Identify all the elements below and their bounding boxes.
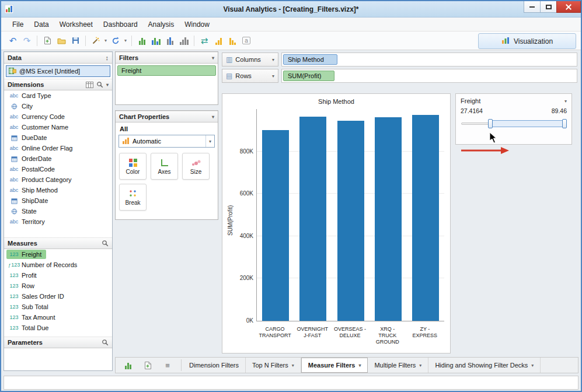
slider-handle-left[interactable] [488,119,493,128]
chart-card: Ship Method SUM(Profit) 0K200K400K600K80… [222,93,451,354]
axes-button[interactable]: Axes [151,153,178,180]
minimize-button[interactable] [524,1,541,13]
visualization-tab[interactable]: Visualization [478,33,576,49]
freight-range-slider[interactable] [461,119,566,128]
measure-item[interactable]: 123Profit [4,270,112,281]
measure-item[interactable]: 123Freight [4,249,112,260]
menu-dashboard[interactable]: Dashboard [98,19,143,30]
color-button[interactable]: Color [119,153,147,180]
chevron-down-icon[interactable]: ▾ [212,55,214,61]
dropdown-caret[interactable]: ▾ [103,34,109,48]
save-icon[interactable] [68,34,82,48]
chevron-down-icon[interactable]: ▾ [212,114,214,120]
number-icon: 123 [6,314,22,320]
measure-item[interactable]: 123Sub Total [4,302,112,312]
abc-icon: abc [6,145,22,151]
x-category-label: XRQ - TRUCK GROUND [369,325,406,345]
menu-data[interactable]: Data [29,19,54,30]
dimension-item[interactable]: State [4,206,112,216]
measure-item[interactable]: 123Sales Order ID [4,291,112,302]
filter-min-value: 27.4164 [461,107,483,114]
measure-item[interactable]: 123Tax Amount [4,312,112,323]
measure-item[interactable]: 123Row [4,281,112,291]
dimension-item[interactable]: abcCustomer Name [4,122,112,132]
swap-axes-icon[interactable]: ⇄ [197,34,211,48]
search-icon[interactable] [102,339,109,346]
dimension-item[interactable]: abcCard Type [4,90,112,101]
field-label: OrderDate [22,155,51,162]
tab-measure-filters[interactable]: Measure Filters▾ [301,358,368,373]
menu-analysis[interactable]: Analysis [143,19,180,30]
slider-handle-right[interactable] [562,119,567,128]
property-button-label: Break [125,200,140,206]
measure-item[interactable]: ƒ123Number of Records [4,260,112,270]
tab-dimension-filters[interactable]: Dimension Filters [183,358,246,373]
bar[interactable] [299,117,326,321]
rows-pill[interactable]: SUM(Profit) [283,71,334,81]
dimension-item[interactable]: abcShip Method [4,185,112,195]
chevron-down-icon[interactable]: ▾ [564,99,567,104]
tab-top-n-filters[interactable]: Top N Filters▾ [246,358,301,373]
chevron-down-icon: ▾ [272,74,274,79]
redo-icon[interactable]: ↷ [20,34,34,48]
refresh-icon[interactable] [109,34,123,48]
tab-hiding-and-showing-filter-decks[interactable]: Hiding and Showing Filter Decks▾ [428,358,541,373]
new-sheet-icon[interactable] [40,34,54,48]
rows-shelf[interactable]: SUM(Profit) [281,69,577,83]
undo-icon[interactable]: ↶ [6,34,20,48]
columns-pill[interactable]: Ship Method [283,54,337,65]
menu-file[interactable]: File [7,19,29,30]
show-labels-icon[interactable]: a [239,34,253,48]
data-panel: Data ↕ @MS Excel [Untitled] Dimensions ▾… [4,51,113,371]
tab-multiple-filters[interactable]: Multiple Filters▾ [368,358,428,373]
sheet-list-icon[interactable]: ≡ [161,358,175,372]
sort-descending-icon[interactable] [225,34,239,48]
bar[interactable] [262,130,289,321]
connection-item[interactable]: @MS Excel [Untitled] [6,65,110,77]
bar[interactable] [412,115,439,321]
dimension-item[interactable]: abcPostalCode [4,164,112,174]
dimension-item[interactable]: abcTerritory [4,216,112,227]
filter-pill[interactable]: Freight [117,65,216,76]
slider-range[interactable] [490,120,566,127]
menu-window[interactable]: Window [179,19,215,30]
search-icon[interactable] [96,81,103,88]
abc-icon: abc [6,177,22,183]
bar-chart-icon[interactable] [135,34,149,48]
new-sheet-icon[interactable] [141,358,155,372]
dimension-item[interactable]: abcOnline Order Flag [4,143,112,153]
close-button[interactable] [556,1,581,13]
dropdown-caret[interactable]: ▾ [123,34,128,48]
open-icon[interactable] [54,34,68,48]
stacked-bar-chart-icon[interactable] [163,34,177,48]
sort-ascending-icon[interactable] [211,34,225,48]
size-button[interactable]: Size [182,153,210,180]
maximize-button[interactable] [540,1,557,13]
columns-shelf[interactable]: Ship Method [281,52,577,66]
dimension-item[interactable]: abcCurrency Code [4,111,112,122]
rows-shelf-button[interactable]: ▤ Rows ▾ [222,69,278,83]
break-button[interactable]: Break [119,184,147,211]
view-as-table-icon[interactable] [86,82,93,88]
sheet-chart-icon[interactable] [121,358,135,372]
connections-area: @MS Excel [Untitled] [4,64,112,79]
search-icon[interactable] [102,240,109,247]
grouped-bar-chart-icon[interactable] [149,34,163,48]
bar[interactable] [337,121,364,321]
property-button-label: Size [190,169,201,175]
dimension-item[interactable]: ShipDate [4,195,112,206]
field-label: Ship Method [22,187,58,194]
bar[interactable] [375,117,402,321]
sort-fields-icon[interactable]: ↕ [106,54,109,61]
histogram-icon[interactable] [177,34,191,48]
dimension-item[interactable]: abcProduct Category [4,174,112,185]
columns-shelf-button[interactable]: ▥ Columns ▾ [222,52,278,66]
dimension-item[interactable]: City [4,101,112,111]
chart-type-select[interactable]: Automatic ▾ [119,135,215,148]
menu-worksheet[interactable]: Worksheet [54,19,98,30]
dimension-item[interactable]: OrderDate [4,153,112,164]
dimension-item[interactable]: DueDate [4,132,112,143]
magic-wand-icon[interactable] [89,34,103,48]
chevron-down-icon[interactable]: ▾ [106,82,109,88]
measure-item[interactable]: 123Total Due [4,323,112,333]
